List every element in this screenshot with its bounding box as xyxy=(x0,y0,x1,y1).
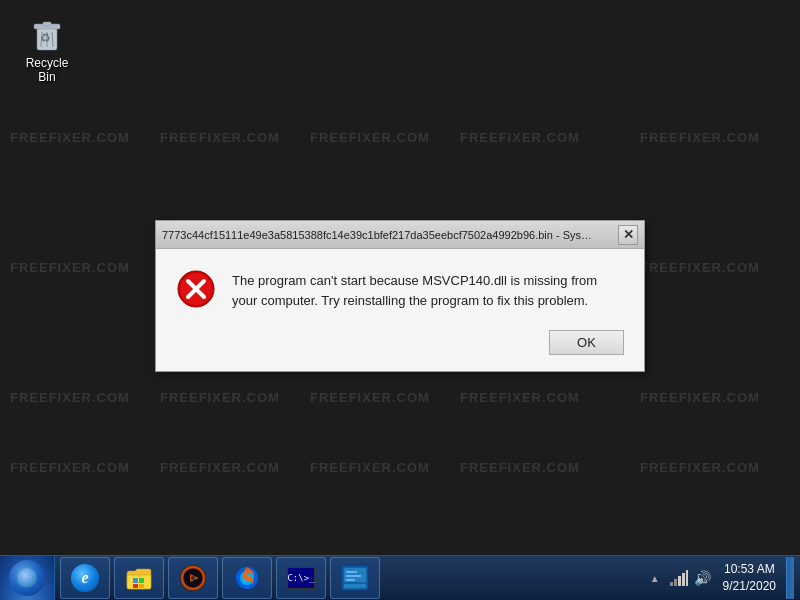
recycle-bin-icon[interactable]: ♻ Recycle Bin xyxy=(12,8,82,88)
svg-rect-25 xyxy=(344,584,366,588)
app6-icon xyxy=(341,564,369,592)
dialog-title: 7773c44cf15111e49e3a5815388fc14e39c1bfef… xyxy=(162,229,592,241)
taskbar-ie-button[interactable]: e xyxy=(60,557,110,599)
watermark-text: FREEFIXER.COM xyxy=(160,460,280,475)
dialog-body: The program can't start because MSVCP140… xyxy=(156,249,644,371)
error-dialog: 7773c44cf15111e49e3a5815388fc14e39c1bfef… xyxy=(155,220,645,372)
start-orb xyxy=(9,560,45,596)
taskbar-icons: e xyxy=(55,556,385,600)
watermark-text: FREEFIXER.COM xyxy=(460,390,580,405)
windows-logo xyxy=(17,568,37,588)
error-icon xyxy=(176,269,216,309)
svg-rect-30 xyxy=(674,579,677,586)
clock-time: 10:53 AM xyxy=(724,561,775,578)
dialog-footer: OK xyxy=(176,330,624,355)
tray-expand-button[interactable]: ▲ xyxy=(645,568,665,588)
ie-icon: e xyxy=(71,564,99,592)
watermark-text: FREEFIXER.COM xyxy=(10,130,130,145)
cmd-icon: C:\>_ xyxy=(287,567,315,589)
ok-button[interactable]: OK xyxy=(549,330,624,355)
watermark-text: FREEFIXER.COM xyxy=(310,390,430,405)
svg-rect-32 xyxy=(682,573,685,586)
taskbar-explorer-button[interactable] xyxy=(114,557,164,599)
watermark-text: FREEFIXER.COM xyxy=(460,130,580,145)
watermark-text: FREEFIXER.COM xyxy=(640,260,760,275)
explorer-icon xyxy=(125,564,153,592)
watermark-text: FREEFIXER.COM xyxy=(10,390,130,405)
svg-rect-12 xyxy=(139,578,144,583)
network-icon[interactable] xyxy=(669,568,689,588)
show-desktop-button[interactable] xyxy=(786,557,794,599)
svg-rect-14 xyxy=(139,584,144,588)
taskbar-cmd-button[interactable]: C:\>_ xyxy=(276,557,326,599)
watermark-text: FREEFIXER.COM xyxy=(310,460,430,475)
watermark-text: FREEFIXER.COM xyxy=(640,130,760,145)
dialog-titlebar: 7773c44cf15111e49e3a5815388fc14e39c1bfef… xyxy=(156,221,644,249)
svg-text:♻: ♻ xyxy=(40,31,51,45)
desktop: FREEFIXER.COMFREEFIXER.COMFREEFIXER.COMF… xyxy=(0,0,800,555)
taskbar-firefox-button[interactable] xyxy=(222,557,272,599)
clock-area[interactable]: 10:53 AM 9/21/2020 xyxy=(717,556,782,600)
watermark-text: FREEFIXER.COM xyxy=(640,390,760,405)
watermark-text: FREEFIXER.COM xyxy=(310,130,430,145)
watermark-text: FREEFIXER.COM xyxy=(460,460,580,475)
watermark-text: FREEFIXER.COM xyxy=(160,390,280,405)
watermark-text: FREEFIXER.COM xyxy=(640,460,760,475)
dialog-close-button[interactable]: ✕ xyxy=(618,225,638,245)
svg-rect-11 xyxy=(133,578,138,583)
svg-point-19 xyxy=(191,576,195,580)
taskbar: e xyxy=(0,555,800,600)
system-tray: ▲ 🔊 10:53 AM 9/21/2020 xyxy=(639,556,800,600)
clock-date: 9/21/2020 xyxy=(723,578,776,595)
svg-rect-31 xyxy=(678,576,681,586)
taskbar-app6-button[interactable] xyxy=(330,557,380,599)
volume-icon[interactable]: 🔊 xyxy=(693,568,713,588)
svg-rect-2 xyxy=(43,22,51,26)
watermark-text: FREEFIXER.COM xyxy=(10,460,130,475)
mediaplayer-icon xyxy=(179,564,207,592)
dialog-content: The program can't start because MSVCP140… xyxy=(176,269,624,310)
network-status-icon xyxy=(670,570,688,586)
recycle-bin-label: Recycle Bin xyxy=(16,56,78,84)
firefox-icon xyxy=(233,564,261,592)
svg-rect-13 xyxy=(133,584,138,588)
watermark-text: FREEFIXER.COM xyxy=(10,260,130,275)
watermark-text: FREEFIXER.COM xyxy=(160,130,280,145)
svg-rect-29 xyxy=(670,582,673,586)
taskbar-mediaplayer-button[interactable] xyxy=(168,557,218,599)
dialog-message: The program can't start because MSVCP140… xyxy=(232,269,624,310)
start-button[interactable] xyxy=(0,556,55,601)
svg-rect-33 xyxy=(686,570,688,586)
